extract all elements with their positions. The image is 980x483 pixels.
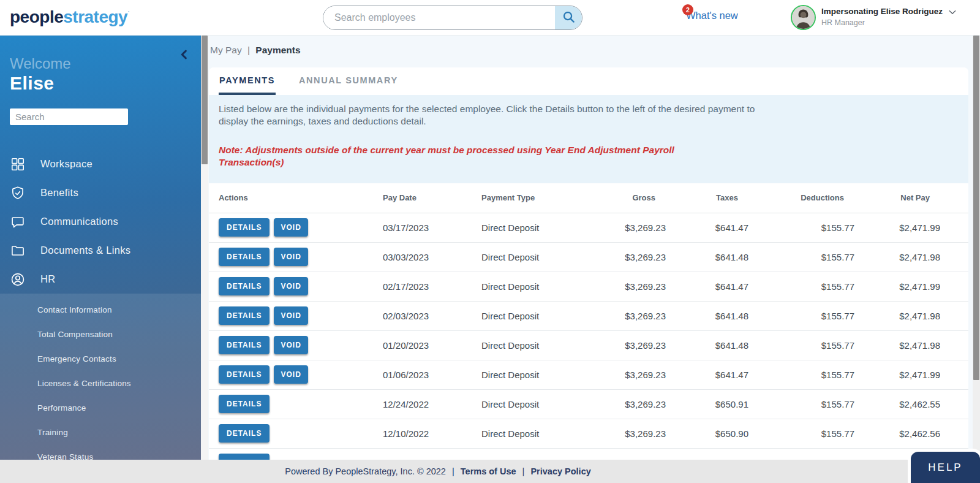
details-button[interactable]: DETAILS — [219, 365, 270, 384]
sidebar-subitem-training[interactable]: Training — [0, 420, 201, 445]
gross-cell: $3,269.23 — [558, 213, 679, 242]
whats-new-link[interactable]: What's new — [686, 10, 738, 21]
table-row: DETAILSVOID02/17/2023Direct Deposit$3,26… — [209, 272, 968, 301]
sidebar: Welcome Elise WorkspaceBenefitsCommunica… — [0, 36, 201, 483]
sidebar-subitem-contact-information[interactable]: Contact Information — [0, 298, 201, 322]
table-row: DETAILS12/10/2022Direct Deposit$3,269.23… — [209, 419, 968, 448]
actions-cell: DETAILS — [209, 389, 383, 419]
details-button[interactable]: DETAILS — [219, 336, 270, 354]
details-button[interactable]: DETAILS — [219, 395, 270, 413]
net-pay-cell: $2,471.98 — [867, 242, 968, 272]
sidebar-scrollbar[interactable] — [201, 36, 208, 483]
details-button[interactable]: DETAILS — [219, 306, 270, 325]
sidebar-search-input[interactable] — [10, 108, 128, 125]
column-header-actions: Actions — [209, 183, 383, 213]
search-icon — [562, 10, 576, 26]
net-pay-cell: $2,471.99 — [867, 360, 968, 389]
logo-part1: people — [10, 7, 63, 26]
table-row: DETAILS12/24/2022Direct Deposit$3,269.23… — [209, 389, 968, 419]
pay-date-cell: 12/24/2022 — [383, 389, 442, 419]
page-scrollbar[interactable] — [973, 36, 980, 483]
employee-search-button[interactable] — [555, 6, 582, 29]
pay-date-cell: 02/17/2023 — [383, 272, 442, 301]
details-button[interactable]: DETAILS — [219, 218, 270, 237]
info-note: Note: Adjustments outside of the current… — [219, 144, 709, 169]
user-role: HR Manager — [821, 18, 957, 28]
employee-search-input[interactable] — [323, 6, 555, 29]
void-button[interactable]: VOID — [274, 336, 307, 354]
sidebar-nav: WorkspaceBenefitsCommunicationsDocuments… — [0, 150, 201, 294]
sidebar-subitem-total-compensation[interactable]: Total Compensation — [0, 322, 201, 347]
deductions-cell: $155.77 — [761, 330, 867, 360]
table-row: DETAILSVOID01/20/2023Direct Deposit$3,26… — [209, 330, 968, 360]
info-description: Listed below are the individual payments… — [219, 103, 758, 128]
actions-cell: DETAILSVOID — [209, 242, 383, 272]
user-menu[interactable]: Impersonating Elise Rodriguez HR Manager — [791, 5, 957, 30]
deductions-cell: $155.77 — [761, 272, 867, 301]
column-header-taxes: Taxes — [679, 183, 761, 213]
sidebar-collapse-button[interactable] — [178, 48, 191, 61]
void-button[interactable]: VOID — [274, 248, 307, 266]
sidebar-item-benefits[interactable]: Benefits — [0, 178, 201, 207]
sidebar-item-workspace[interactable]: Workspace — [0, 150, 201, 178]
welcome-label: Welcome — [10, 55, 201, 72]
taxes-cell: $641.47 — [679, 272, 761, 301]
peoplestrategy-logo: peoplestrategy· — [10, 7, 129, 27]
page-scrollbar-thumb[interactable] — [973, 36, 979, 380]
sidebar-item-hr[interactable]: HR — [0, 265, 201, 294]
help-button[interactable]: HELP — [911, 452, 980, 483]
sidebar-item-documents-links[interactable]: Documents & Links — [0, 236, 201, 265]
welcome-user-name: Elise — [10, 73, 201, 94]
column-header-pay-date: Pay Date — [383, 183, 442, 213]
net-pay-cell: $2,462.56 — [867, 419, 968, 448]
sidebar-item-label: Communications — [40, 216, 118, 227]
table-row: DETAILSVOID03/17/2023Direct Deposit$3,26… — [209, 213, 968, 242]
sidebar-subitem-emergency-contacts[interactable]: Emergency Contacts — [0, 347, 201, 371]
void-button[interactable]: VOID — [274, 365, 307, 384]
sidebar-item-label: Documents & Links — [40, 245, 130, 256]
footer-powered-by: Powered By PeopleStrategy, Inc. © 2022 — [285, 466, 446, 476]
pay-date-cell: 12/10/2022 — [383, 419, 442, 448]
breadcrumb-divider: | — [247, 45, 250, 55]
main-content: My Pay | Payments PAYMENTSANNUAL SUMMARY… — [208, 36, 973, 483]
void-button[interactable]: VOID — [274, 218, 307, 237]
sidebar-subitem-licenses-certifications[interactable]: Licenses & Certifications — [0, 371, 201, 396]
privacy-policy-link[interactable]: Privacy Policy — [530, 466, 590, 476]
sidebar-item-communications[interactable]: Communications — [0, 207, 201, 236]
taxes-cell: $650.91 — [679, 389, 761, 419]
gross-cell: $3,269.23 — [558, 360, 679, 389]
table-row: DETAILSVOID01/06/2023Direct Deposit$3,26… — [209, 360, 968, 389]
column-header-gross: Gross — [558, 183, 679, 213]
sidebar-subitem-performance[interactable]: Performance — [0, 396, 201, 420]
tab-annual-summary[interactable]: ANNUAL SUMMARY — [298, 67, 399, 95]
column-header-deductions: Deductions — [761, 183, 867, 213]
deductions-cell: $155.77 — [761, 242, 867, 272]
whats-new-badge: 2 — [682, 4, 693, 15]
taxes-cell: $641.48 — [679, 330, 761, 360]
payments-table: ActionsPay DatePayment TypeGrossTaxesDed… — [209, 183, 968, 478]
sidebar-scrollbar-thumb[interactable] — [202, 36, 208, 164]
payment-type-cell: Direct Deposit — [442, 360, 558, 389]
details-button[interactable]: DETAILS — [219, 424, 270, 443]
gross-cell: $3,269.23 — [558, 242, 679, 272]
page-title: Payments — [255, 45, 300, 55]
payment-type-cell: Direct Deposit — [442, 242, 558, 272]
pay-date-cell: 03/17/2023 — [383, 213, 442, 242]
payment-type-cell: Direct Deposit — [442, 272, 558, 301]
terms-of-use-link[interactable]: Terms of Use — [461, 466, 516, 476]
chevron-down-icon[interactable] — [948, 7, 957, 17]
logo-trademark: · — [127, 7, 129, 15]
payment-type-cell: Direct Deposit — [442, 330, 558, 360]
details-button[interactable]: DETAILS — [219, 248, 270, 266]
column-header-payment-type: Payment Type — [442, 183, 558, 213]
tab-payments[interactable]: PAYMENTS — [219, 67, 276, 95]
pay-date-cell: 01/06/2023 — [383, 360, 442, 389]
gross-cell: $3,269.23 — [558, 272, 679, 301]
actions-cell: DETAILSVOID — [209, 301, 383, 330]
info-banner: Listed below are the individual payments… — [209, 95, 968, 183]
net-pay-cell: $2,471.99 — [867, 213, 968, 242]
details-button[interactable]: DETAILS — [219, 277, 270, 295]
void-button[interactable]: VOID — [274, 306, 307, 325]
taxes-cell: $641.47 — [679, 360, 761, 389]
void-button[interactable]: VOID — [274, 277, 307, 295]
